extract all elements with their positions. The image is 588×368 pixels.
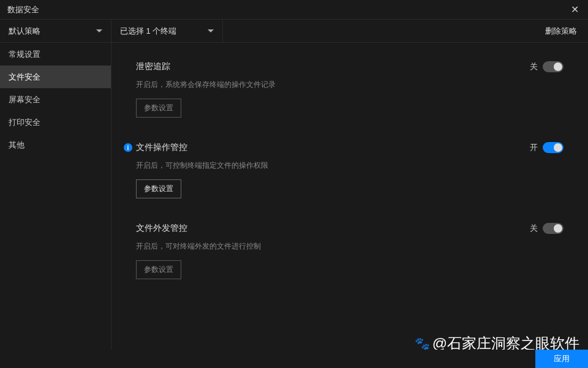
chevron-down-icon: [208, 29, 214, 32]
content-area: 泄密追踪 关 开启后，系统将会保存终端的操作文件记录 参数设置 i 文件操作管控: [111, 43, 588, 350]
sidebar-item-label: 文件安全: [9, 72, 40, 83]
setting-title: 文件操作管控: [136, 142, 187, 153]
sidebar: 常规设置 文件安全 屏幕安全 打印安全 其他: [0, 43, 111, 350]
sidebar-item-label: 屏幕安全: [9, 94, 40, 105]
setting-leak-tracking: 泄密追踪 关 开启后，系统将会保存终端的操作文件记录 参数设置: [136, 61, 564, 118]
sidebar-item-label: 打印安全: [9, 117, 40, 128]
sidebar-item-general[interactable]: 常规设置: [0, 43, 111, 66]
setting-description: 开启后，系统将会保存终端的操作文件记录: [136, 80, 564, 90]
policy-dropdown[interactable]: 默认策略: [0, 20, 111, 42]
delete-policy-button[interactable]: 删除策略: [534, 20, 588, 42]
sidebar-item-screen-security[interactable]: 屏幕安全: [0, 88, 111, 111]
titlebar: 数据安全 ✕: [0, 0, 588, 20]
param-settings-button[interactable]: 参数设置: [136, 179, 181, 198]
setting-description: 开启后，可控制终端指定文件的操作权限: [136, 160, 564, 171]
setting-title: 文件外发管控: [136, 223, 187, 234]
toggle-switch[interactable]: [543, 223, 564, 234]
chevron-down-icon: [96, 29, 102, 32]
delete-policy-label: 删除策略: [545, 26, 577, 37]
toggle-label: 开: [530, 142, 538, 153]
policy-dropdown-label: 默认策略: [9, 26, 40, 37]
toggle-switch[interactable]: [543, 142, 564, 153]
setting-file-operation-control: i 文件操作管控 开 开启后，可控制终端指定文件的操作权限 参数设置: [136, 142, 564, 198]
param-settings-button[interactable]: 参数设置: [136, 260, 181, 279]
sidebar-item-file-security[interactable]: 文件安全: [0, 66, 111, 88]
bottom-bar: 应用: [0, 350, 588, 368]
param-settings-button[interactable]: 参数设置: [136, 99, 181, 118]
apply-button[interactable]: 应用: [535, 350, 588, 368]
setting-file-outgoing-control: 文件外发管控 关 开启后，可对终端外发的文件进行控制 参数设置: [136, 223, 564, 279]
toggle-switch[interactable]: [543, 61, 564, 72]
main-area: 常规设置 文件安全 屏幕安全 打印安全 其他 泄密追踪 关: [0, 43, 588, 350]
info-icon: i: [124, 143, 132, 152]
window-title: 数据安全: [7, 4, 39, 15]
sidebar-item-print-security[interactable]: 打印安全: [0, 111, 111, 133]
sidebar-item-label: 常规设置: [9, 49, 40, 60]
toolbar: 默认策略 已选择 1 个终端 删除策略: [0, 20, 588, 43]
close-icon[interactable]: ✕: [568, 4, 581, 15]
setting-description: 开启后，可对终端外发的文件进行控制: [136, 241, 564, 252]
terminal-dropdown[interactable]: 已选择 1 个终端: [111, 20, 223, 42]
sidebar-item-label: 其他: [9, 140, 24, 151]
terminal-dropdown-label: 已选择 1 个终端: [120, 26, 176, 37]
setting-title: 泄密追踪: [136, 61, 170, 72]
toggle-label: 关: [530, 61, 538, 72]
toggle-label: 关: [530, 223, 538, 234]
sidebar-item-other[interactable]: 其他: [0, 133, 111, 156]
